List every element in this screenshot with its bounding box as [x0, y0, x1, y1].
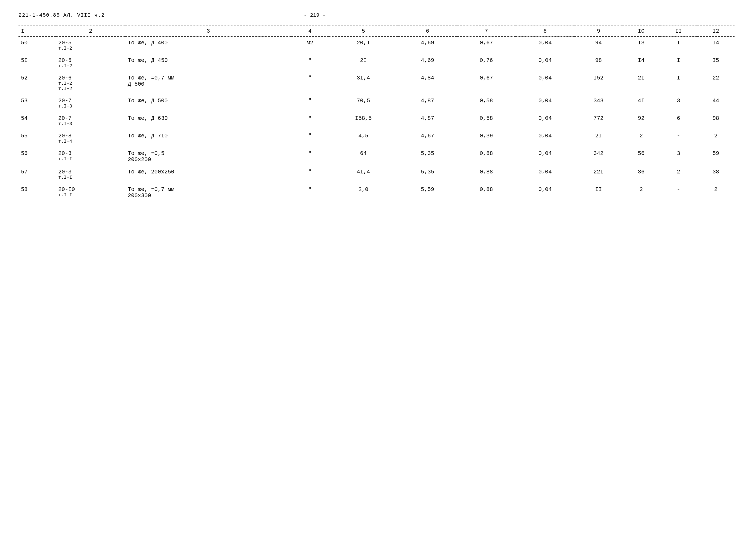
- row-col-9: 2I: [574, 130, 623, 147]
- row-col-7: 0,39: [457, 130, 516, 147]
- row-col-6: 5,59: [398, 183, 457, 202]
- row-desc: То же, Д 400: [125, 36, 291, 54]
- row-num: 52: [19, 72, 56, 95]
- table-row: 5620-3т.I-IТо же, =0,5 200х200"645,350,8…: [19, 147, 734, 166]
- row-col-8: 0,04: [515, 147, 574, 166]
- row-col-4: ": [291, 166, 329, 183]
- row-col-5: 3I,4: [329, 72, 398, 95]
- row-col-9: I52: [574, 72, 623, 95]
- row-col-6: 4,69: [398, 36, 457, 54]
- col-header-5: 5: [329, 26, 398, 36]
- row-col-10: 4I: [623, 95, 660, 112]
- row-col-4: ": [291, 147, 329, 166]
- row-col-5: 2,0: [329, 183, 398, 202]
- row-code: 20-3т.I-I: [56, 147, 125, 166]
- row-col-10: 36: [623, 166, 660, 183]
- row-col-11: 6: [660, 112, 697, 130]
- row-desc: То же, Д 630: [125, 112, 291, 130]
- main-table: I 2 3 4 5 6 7 8 9 IO II I2 5020-5т.I-2То…: [19, 25, 734, 202]
- row-desc: То же, Д 450: [125, 54, 291, 72]
- row-col-6: 4,67: [398, 130, 457, 147]
- page-header: 221-1-450.85 АЛ. VIII ч.2 - 219 -: [19, 12, 734, 18]
- row-col-10: 2: [623, 130, 660, 147]
- row-col-4: ": [291, 130, 329, 147]
- row-col-7: 0,88: [457, 183, 516, 202]
- col-header-6: 6: [398, 26, 457, 36]
- row-col-7: 0,67: [457, 72, 516, 95]
- row-col-9: 98: [574, 54, 623, 72]
- row-col-12: 59: [697, 147, 734, 166]
- col-header-12: I2: [697, 26, 734, 36]
- row-col-12: I4: [697, 36, 734, 54]
- row-num: 53: [19, 95, 56, 112]
- row-code: 20-7т.I-3: [56, 95, 125, 112]
- table-row: 5020-5т.I-2То же, Д 400м220,I4,690,670,0…: [19, 36, 734, 54]
- row-num: 57: [19, 166, 56, 183]
- row-col-11: I: [660, 72, 697, 95]
- header-center: - 219 -: [105, 12, 525, 18]
- row-col-11: -: [660, 130, 697, 147]
- row-col-10: I3: [623, 36, 660, 54]
- table-row: 5220-6т.I-2т.I-2То же, =0,7 мм Д 500"3I,…: [19, 72, 734, 95]
- table-row: 5520-8т.I-4То же, Д 7I0"4,54,670,390,042…: [19, 130, 734, 147]
- row-col-10: 92: [623, 112, 660, 130]
- row-col-10: 2I: [623, 72, 660, 95]
- row-col-8: 0,04: [515, 112, 574, 130]
- table-row: 5820-I0т.I-IТо же, =0,7 мм 200х300"2,05,…: [19, 183, 734, 202]
- col-header-4: 4: [291, 26, 329, 36]
- row-col-8: 0,04: [515, 72, 574, 95]
- row-col-10: 2: [623, 183, 660, 202]
- row-col-5: 2I: [329, 54, 398, 72]
- row-col-5: I58,5: [329, 112, 398, 130]
- row-col-9: 22I: [574, 166, 623, 183]
- row-code: 20-I0т.I-I: [56, 183, 125, 202]
- row-col-6: 4,84: [398, 72, 457, 95]
- col-header-3: 3: [125, 26, 291, 36]
- row-desc: То же, Д 500: [125, 95, 291, 112]
- row-code: 20-8т.I-4: [56, 130, 125, 147]
- row-code: 20-6т.I-2т.I-2: [56, 72, 125, 95]
- row-col-11: I: [660, 36, 697, 54]
- col-header-1: I: [19, 26, 56, 36]
- row-col-6: 5,35: [398, 147, 457, 166]
- table-row: 5320-7т.I-3То же, Д 500"70,54,870,580,04…: [19, 95, 734, 112]
- column-header-row: I 2 3 4 5 6 7 8 9 IO II I2: [19, 26, 734, 36]
- row-col-7: 0,76: [457, 54, 516, 72]
- row-num: 56: [19, 147, 56, 166]
- col-header-10: IO: [623, 26, 660, 36]
- row-col-8: 0,04: [515, 95, 574, 112]
- row-col-8: 0,04: [515, 183, 574, 202]
- col-header-8: 8: [515, 26, 574, 36]
- row-col-12: 2: [697, 183, 734, 202]
- row-col-10: 56: [623, 147, 660, 166]
- row-num: 55: [19, 130, 56, 147]
- row-col-5: 4,5: [329, 130, 398, 147]
- row-col-11: 3: [660, 95, 697, 112]
- row-col-9: 772: [574, 112, 623, 130]
- row-col-11: -: [660, 183, 697, 202]
- row-col-4: ": [291, 95, 329, 112]
- row-col-11: I: [660, 54, 697, 72]
- row-col-9: II: [574, 183, 623, 202]
- row-col-7: 0,88: [457, 147, 516, 166]
- row-num: 54: [19, 112, 56, 130]
- row-code: 20-5т.I-2: [56, 54, 125, 72]
- row-desc: То же, =0,5 200х200: [125, 147, 291, 166]
- row-col-12: 38: [697, 166, 734, 183]
- row-col-7: 0,67: [457, 36, 516, 54]
- row-col-12: I5: [697, 54, 734, 72]
- col-header-7: 7: [457, 26, 516, 36]
- row-desc: То же, 200х250: [125, 166, 291, 183]
- table-row: 5420-7т.I-3То же, Д 630"I58,54,870,580,0…: [19, 112, 734, 130]
- col-header-11: II: [660, 26, 697, 36]
- row-desc: То же, =0,7 мм 200х300: [125, 183, 291, 202]
- row-col-8: 0,04: [515, 36, 574, 54]
- row-col-6: 4,87: [398, 112, 457, 130]
- row-col-12: 2: [697, 130, 734, 147]
- row-col-5: 20,I: [329, 36, 398, 54]
- row-col-9: 94: [574, 36, 623, 54]
- row-col-9: 342: [574, 147, 623, 166]
- row-col-7: 0,58: [457, 95, 516, 112]
- row-col-11: 2: [660, 166, 697, 183]
- row-num: 50: [19, 36, 56, 54]
